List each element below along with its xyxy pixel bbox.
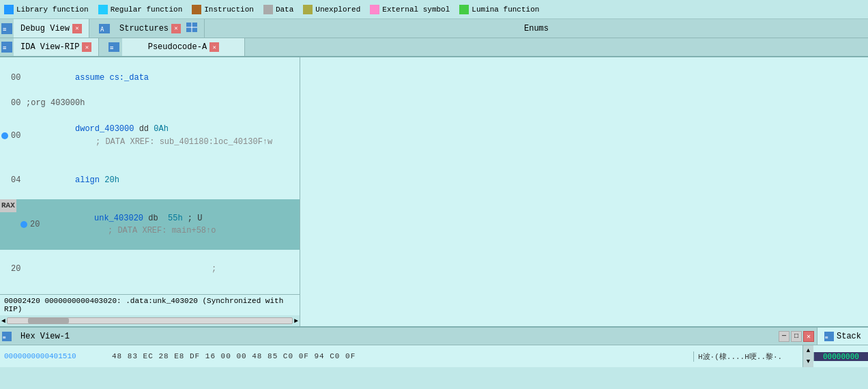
ida-scrollbar[interactable]: ◄ ►	[0, 315, 300, 326]
scroll-up-arrow[interactable]: ▲	[803, 345, 813, 356]
legend-lumina-function-label: Lumina function	[472, 5, 539, 14]
tab-pseudocode[interactable]: Pseudocode-A ✕	[122, 38, 245, 56]
code-line-4: 04 align 20h	[0, 161, 300, 199]
bottom-tab-row: ≡ Hex View-1 ─ □ ✕ ≡ Stack	[0, 328, 868, 345]
tab-debug-view-label: Debug View	[20, 24, 70, 33]
lumina-function-icon	[459, 5, 469, 14]
dot-3	[1, 132, 8, 139]
content-2: ;org 403000h	[26, 97, 298, 110]
content-5: unk_403020 db 55h ; U ; DATA XREF: main+…	[45, 199, 298, 250]
tab-row-2: ≡ IDA View-RIP ✕ ≡ Pseudocode-A ✕	[0, 38, 868, 57]
minimize-button[interactable]: ─	[779, 331, 790, 342]
tab-hex-view[interactable]: Hex View-1	[14, 330, 76, 343]
tab-debug-view[interactable]: Debug View ✕	[14, 19, 89, 38]
dot-2	[1, 100, 8, 107]
tab-structures[interactable]: Structures ✕	[113, 19, 205, 38]
code-line-1: 00 assume cs:_data	[0, 59, 300, 97]
stack-content: 00000000	[813, 352, 868, 361]
content-1: assume cs:_data	[26, 59, 298, 97]
svg-text:A: A	[100, 26, 104, 33]
svg-text:≡: ≡	[110, 44, 114, 51]
svg-text:≡: ≡	[825, 334, 828, 341]
legend-external-symbol: External symbol	[370, 5, 450, 14]
code-line-3: 00 dword_403000 dd 0Ah ; DATA XREF: sub_…	[0, 111, 300, 161]
legend-instruction-label: Instruction	[204, 5, 254, 14]
svg-rect-4	[303, 5, 313, 14]
legend-data-label: Data	[276, 5, 293, 14]
rax-label: RAX	[0, 199, 16, 212]
svg-text:≡: ≡	[3, 26, 7, 33]
legend-library-function-label: Library function	[16, 5, 89, 14]
offset-2: 00	[11, 97, 26, 110]
content-3: dword_403000 dd 0Ah ; DATA XREF: sub_401…	[26, 111, 298, 161]
content-6: ; main+C7↑o ...	[26, 250, 300, 288]
legend-regular-function: Regular function	[98, 5, 183, 14]
pseudocode-panel	[300, 57, 868, 326]
scrollbar-thumb[interactable]	[28, 318, 69, 323]
restore-button[interactable]: □	[791, 331, 802, 342]
hex-ascii: H波·(棣....H哽..黎·.	[693, 351, 802, 362]
tab-hex-view-label: Hex View-1	[20, 332, 70, 341]
dot-4	[1, 177, 8, 184]
code-line-6: 20 ; main+C7↑o ...	[0, 250, 300, 288]
hex-values: 48 83 EC 28 E8 DF 16 00 00 48 85 C0 0F 9…	[109, 352, 693, 360]
svg-text:≡: ≡	[3, 44, 7, 51]
hex-view-tab-icon: ≡	[2, 332, 12, 341]
main-area: 00 assume cs:_data 00 ;org 403000h 00 dw…	[0, 57, 868, 326]
offset-6: 20	[11, 263, 26, 276]
code-line-2: 00 ;org 403000h	[0, 97, 300, 111]
offset-1: 00	[11, 72, 26, 85]
tab-ida-view-close[interactable]: ✕	[82, 42, 91, 52]
legend-unexplored: Unexplored	[303, 5, 360, 14]
scroll-right-arrow[interactable]: ►	[294, 317, 298, 325]
svg-rect-2	[192, 5, 201, 14]
dot-1	[1, 74, 8, 81]
tab-enums-label[interactable]: Enums	[517, 23, 555, 35]
tab-debug-view-close[interactable]: ✕	[72, 24, 82, 33]
pseudocode-tab-icon: ≡	[108, 42, 119, 52]
legend-library-function: Library function	[4, 5, 89, 14]
svg-rect-6	[459, 5, 469, 14]
vertical-scroll[interactable]: ▲ ▼	[802, 345, 813, 367]
ida-status-bar: 00002420 0000000000403020: .data:unk_403…	[0, 294, 300, 315]
tab-structures-label: Structures	[119, 24, 169, 33]
scroll-down-arrow[interactable]: ▼	[803, 356, 813, 367]
legend-data: Data	[263, 5, 293, 14]
structures-grid-icon	[186, 23, 197, 32]
hex-address: 0000000000401510	[0, 352, 109, 360]
tab-pseudocode-label: Pseudocode-A	[148, 42, 207, 52]
scroll-left-arrow[interactable]: ◄	[1, 317, 5, 325]
tab-stack[interactable]: ≡ Stack	[817, 328, 868, 345]
view-icon-left: ≡	[1, 23, 12, 34]
bottom-panel: ≡ Hex View-1 ─ □ ✕ ≡ Stack 0000000000401…	[0, 326, 868, 367]
dot-6	[1, 265, 8, 272]
svg-rect-0	[4, 5, 14, 14]
tab-ida-view-label: IDA View-RIP	[20, 42, 79, 52]
tab-structures-close[interactable]: ✕	[171, 24, 181, 33]
dot-5	[20, 221, 27, 228]
legend-regular-function-label: Regular function	[111, 5, 183, 14]
legend-bar: Library function Regular function Instru…	[0, 0, 868, 19]
regular-function-icon	[98, 5, 108, 14]
close-button[interactable]: ✕	[803, 331, 814, 342]
legend-lumina-function: Lumina function	[459, 5, 539, 14]
stack-hex-value: 00000000	[823, 352, 859, 361]
bottom-content: 0000000000401510 48 83 EC 28 E8 DF 16 00…	[0, 345, 868, 367]
stack-tab-icon: ≡	[824, 332, 834, 341]
offset-3: 00	[11, 130, 26, 143]
svg-rect-1	[98, 5, 108, 14]
content-4: align 20h	[26, 161, 298, 199]
tab-pseudocode-close[interactable]: ✕	[209, 42, 219, 52]
ida-view-panel: 00 assume cs:_data 00 ;org 403000h 00 dw…	[0, 57, 300, 326]
tab-ida-view[interactable]: IDA View-RIP ✕	[14, 38, 99, 56]
tab-row-1: ≡ Debug View ✕ A Structures ✕ Enums	[0, 19, 868, 38]
unexplored-icon	[303, 5, 313, 14]
offset-5: 20	[30, 218, 45, 231]
scrollbar-track[interactable]	[7, 317, 293, 324]
legend-instruction: Instruction	[192, 5, 254, 14]
legend-external-symbol-label: External symbol	[382, 5, 450, 14]
library-function-icon	[4, 5, 14, 14]
instruction-icon	[192, 5, 201, 14]
svg-rect-5	[370, 5, 379, 14]
code-area: 00 assume cs:_data 00 ;org 403000h 00 dw…	[0, 57, 300, 326]
